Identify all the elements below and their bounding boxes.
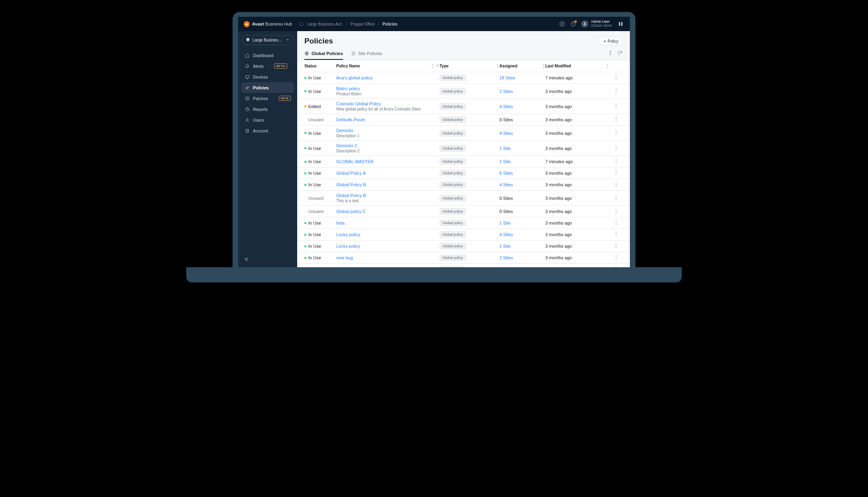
policy-name-link[interactable]: Bistro policy	[336, 86, 360, 91]
table-row[interactable]: In UseGlobal Policy BGlobal policy4 Site…	[297, 179, 630, 191]
col-header-assigned[interactable]: Assigned	[499, 64, 545, 68]
table-row[interactable]: In UseGlobal Policy AGlobal policy6 Site…	[297, 168, 630, 179]
assigned-cell: 4 Sites	[499, 182, 545, 187]
kebab-icon[interactable]	[615, 182, 617, 187]
col-header-modified[interactable]: Last Modified	[545, 64, 609, 68]
status-cell: In Use	[304, 89, 336, 94]
sidebar-collapse-button[interactable]	[241, 254, 251, 264]
sidebar-item-policies[interactable]: Policies	[241, 82, 294, 93]
policy-name-link[interactable]: hola	[336, 221, 345, 225]
sidebar-item-alerts[interactable]: Alerts|BETA	[241, 61, 294, 71]
assigned-link[interactable]: 1 Site	[499, 221, 511, 225]
policy-name-link[interactable]: new bug	[336, 255, 353, 260]
modified-cell: 3 months ago	[545, 131, 609, 136]
table-row[interactable]: In UseholaGlobal policy1 Site3 months ag…	[297, 217, 630, 229]
kebab-icon[interactable]	[615, 117, 617, 122]
col-header-type[interactable]: Type	[440, 64, 499, 68]
policy-name-link[interactable]: Global Policy B	[336, 182, 366, 187]
table-row[interactable]: UnusedGlobal Policy BThis is a testGloba…	[297, 191, 630, 206]
rename-icon[interactable]	[608, 50, 613, 57]
kebab-icon[interactable]	[615, 170, 617, 176]
policy-name-link[interactable]: Global Policy A	[336, 171, 366, 176]
kebab-icon[interactable]	[615, 255, 617, 260]
sidebar-item-patches[interactable]: Patches|NEW	[241, 93, 294, 104]
policy-name-link[interactable]: Demicko 2	[336, 143, 357, 148]
assigned-link[interactable]: 2 Sites	[499, 89, 513, 94]
assigned-link[interactable]: 4 Sites	[499, 104, 513, 109]
home-icon[interactable]	[299, 22, 304, 27]
assigned-link[interactable]: 2 Sites	[499, 255, 513, 260]
breadcrumb-item[interactable]: Prague Office	[351, 22, 375, 26]
tab-global-policies[interactable]: Global Policies	[304, 49, 343, 60]
sort-icon[interactable]	[606, 64, 609, 68]
table-row[interactable]: In UseGLOBAL-MASTERGlobal policy1 Site7 …	[297, 156, 630, 168]
help-icon[interactable]	[570, 21, 576, 27]
table-row[interactable]: In UseBistro policyProduct BistroGlobal …	[297, 84, 630, 99]
assigned-link[interactable]: 18 Sites	[499, 75, 515, 80]
policy-desc: Description 1	[336, 134, 440, 138]
kebab-icon[interactable]	[615, 209, 617, 214]
search-icon[interactable]	[436, 64, 440, 69]
policy-name-link[interactable]: Colorado Global Policy	[336, 101, 381, 106]
sort-icon[interactable]	[431, 64, 434, 68]
assigned-cell: 18 Sites	[499, 75, 545, 80]
kebab-icon[interactable]	[615, 195, 617, 201]
assigned-link[interactable]: 6 Sites	[499, 171, 513, 176]
table-row[interactable]: In UseLocks policyGlobal policy4 Sites3 …	[297, 229, 630, 241]
policy-name-link[interactable]: Global policy C	[336, 209, 366, 214]
table-row[interactable]: In UseLocks policyGlobal policy1 Site3 m…	[297, 241, 630, 252]
sidebar-item-account[interactable]: Account	[241, 125, 294, 136]
kebab-icon[interactable]	[615, 243, 617, 249]
assigned-link[interactable]: 4 Sites	[499, 232, 513, 237]
add-policy-button[interactable]: + Policy	[599, 37, 623, 45]
col-header-status[interactable]: Status	[304, 64, 336, 68]
sidebar-item-devices[interactable]: Devices	[241, 71, 294, 82]
sort-icon[interactable]	[542, 64, 545, 68]
sidebar-item-dashboard[interactable]: Dashboard	[241, 50, 294, 61]
kebab-icon[interactable]	[615, 146, 617, 151]
user-menu[interactable]: Admin User Global Admin	[581, 20, 612, 28]
kebab-icon[interactable]	[615, 89, 617, 94]
policy-name-link[interactable]: Defaults-Pavel	[336, 117, 365, 122]
assigned-link[interactable]: 4 Sites	[499, 182, 513, 187]
breadcrumb-item[interactable]: Large Business Acc.	[307, 22, 343, 26]
table-row[interactable]: In UseNew global defaultsGlobal policy5 …	[297, 264, 630, 267]
policy-name-link[interactable]: Demicko	[336, 128, 353, 133]
policy-name-link[interactable]: Global Policy B	[336, 193, 366, 198]
col-header-name[interactable]: Policy Name	[336, 64, 440, 69]
kebab-icon[interactable]	[615, 159, 617, 164]
patches-icon	[245, 96, 250, 101]
refresh-icon[interactable]	[617, 50, 623, 57]
layout-switch-icon[interactable]	[617, 20, 624, 28]
table-row[interactable]: In Usenew bugGlobal policy2 Sites3 month…	[297, 252, 630, 264]
assigned-link[interactable]: 4 Sites	[499, 131, 513, 136]
policy-name-link[interactable]: Ana's global policy	[336, 75, 373, 80]
table-row[interactable]: In UseAna's global policyGlobal policy18…	[297, 72, 630, 84]
gear-icon[interactable]	[559, 21, 565, 27]
assigned-link[interactable]: 1 Site	[499, 159, 511, 164]
kebab-icon[interactable]	[615, 130, 617, 136]
policy-name-link[interactable]: Locks policy	[336, 232, 360, 237]
assigned-link[interactable]: 1 Site	[499, 146, 511, 151]
table-row[interactable]: In UseDemickoDescription 1Global policy4…	[297, 126, 630, 141]
sidebar-item-label: Alerts	[253, 64, 264, 69]
brand[interactable]: Avast Business Hub	[244, 21, 292, 27]
table-row[interactable]: EditedColorado Global PolicyNew global p…	[297, 99, 630, 114]
policy-name-link[interactable]: Locks policy	[336, 244, 360, 248]
assigned-link[interactable]: 1 Site	[499, 244, 511, 248]
account-selector[interactable]: Large Business Acc.	[241, 35, 294, 45]
tab-site-policies[interactable]: Site Policies	[351, 49, 382, 60]
table-row[interactable]: UnusedDefaults-PavelGlobal policy0 Sites…	[297, 114, 630, 126]
table-row[interactable]: UnusedGlobal policy CGlobal policy0 Site…	[297, 206, 630, 217]
kebab-icon[interactable]	[615, 220, 617, 226]
kebab-icon[interactable]	[615, 232, 617, 237]
sidebar-item-users[interactable]: Users	[241, 114, 294, 125]
table[interactable]: Status Policy Name Type	[297, 60, 630, 267]
kebab-icon[interactable]	[615, 104, 617, 109]
sort-icon[interactable]	[496, 64, 499, 68]
table-row[interactable]: In UseDemicko 2Description 2Global polic…	[297, 141, 630, 156]
kebab-icon[interactable]	[615, 75, 617, 81]
actions-cell	[609, 117, 623, 122]
policy-name-link[interactable]: GLOBAL-MASTER	[336, 159, 374, 164]
sidebar-item-reports[interactable]: Reports	[241, 104, 294, 114]
